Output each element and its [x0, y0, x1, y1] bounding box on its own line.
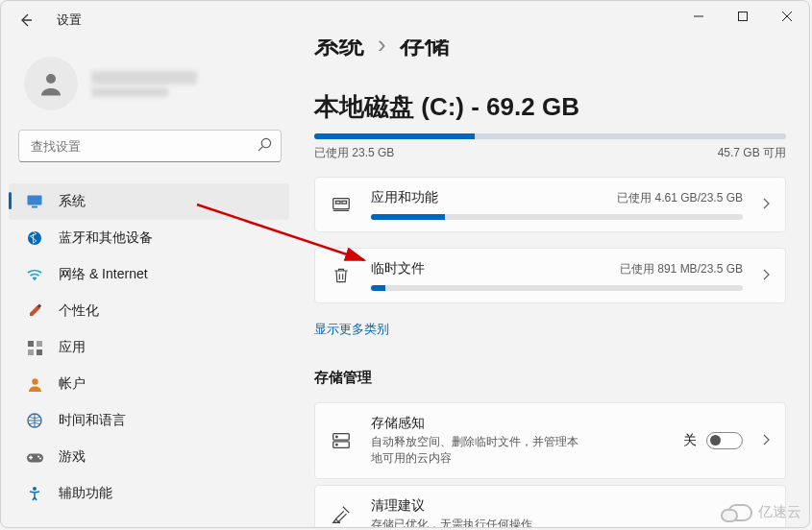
svg-rect-11: [37, 349, 42, 355]
storage-sense-toggle[interactable]: [706, 432, 743, 449]
disk-used-label: 已使用 23.5 GB: [314, 145, 394, 161]
window-controls: [677, 1, 809, 32]
search-wrap: [18, 130, 282, 162]
sidebar-item-label: 网络 & Internet: [59, 266, 148, 283]
svg-point-16: [39, 457, 41, 459]
disk-subtext: 已使用 23.5 GB 45.7 GB 可用: [314, 145, 786, 161]
chevron-right-icon: [760, 433, 772, 448]
search-input[interactable]: [18, 130, 282, 162]
card-body: 存储感知 自动释放空间、删除临时文件，并管理本地可用的云内容: [371, 415, 666, 467]
storage-sense-card[interactable]: 存储感知 自动释放空间、删除临时文件，并管理本地可用的云内容 关: [314, 402, 786, 479]
card-body: 应用和功能 已使用 4.61 GB/23.5 GB: [371, 189, 743, 220]
close-icon: [782, 12, 792, 21]
chevron-right-icon: [760, 197, 772, 212]
apps-features-icon: [329, 192, 354, 217]
watermark-text: 亿速云: [758, 503, 801, 521]
close-button[interactable]: [765, 1, 809, 32]
watermark: 亿速云: [727, 503, 801, 521]
maximize-button[interactable]: [721, 1, 765, 32]
sidebar-item-label: 蓝牙和其他设备: [59, 229, 153, 247]
card-body: 清理建议 存储已优化，无需执行任何操作: [371, 497, 772, 527]
wifi-icon: [26, 266, 43, 283]
sidebar-item-bluetooth[interactable]: 蓝牙和其他设备: [1, 220, 297, 256]
disk-usage-fill: [314, 133, 475, 139]
breadcrumb-parent[interactable]: 系统: [314, 39, 364, 61]
sidebar-item-label: 辅助功能: [59, 485, 112, 502]
svg-rect-0: [739, 12, 748, 21]
svg-point-5: [28, 231, 41, 245]
storage-sense-toggle-wrap: 关: [683, 432, 743, 449]
sidebar-item-label: 帐户: [59, 375, 86, 393]
apps-icon: [26, 339, 43, 356]
bluetooth-icon: [26, 229, 43, 247]
avatar: [24, 57, 78, 110]
accessibility-icon: [26, 485, 43, 502]
user-account-row[interactable]: [18, 57, 282, 110]
sidebar: 系统蓝牙和其他设备网络 & Internet个性化应用帐户时间和语言游戏辅助功能: [1, 39, 297, 527]
settings-window: 设置 系统蓝牙和其: [0, 0, 810, 528]
sidebar-item-network[interactable]: 网络 & Internet: [1, 256, 297, 293]
minimize-button[interactable]: [677, 1, 721, 32]
broom-icon: [329, 502, 354, 527]
card-meta: 已使用 4.61 GB/23.5 GB: [617, 190, 743, 206]
chevron-right-icon: [760, 268, 772, 283]
svg-rect-4: [32, 206, 37, 208]
card-title: 清理建议: [371, 497, 772, 515]
card-desc: 存储已优化，无需执行任何操作: [371, 517, 772, 527]
sidebar-item-accounts[interactable]: 帐户: [1, 366, 297, 402]
svg-point-2: [261, 138, 270, 147]
drive-icon: [329, 428, 354, 453]
svg-point-23: [336, 436, 337, 437]
main-content: 系统 › 存储 本地磁盘 (C:) - 69.2 GB 已使用 23.5 GB …: [297, 39, 809, 527]
brush-icon: [26, 302, 43, 320]
svg-point-17: [33, 487, 37, 491]
show-more-link[interactable]: 显示更多类别: [314, 321, 389, 338]
svg-rect-8: [28, 341, 34, 347]
back-button[interactable]: [12, 7, 39, 34]
card-title: 存储感知: [371, 415, 666, 432]
toggle-label: 关: [683, 432, 697, 449]
search-icon: [258, 137, 272, 155]
titlebar: 设置: [1, 1, 809, 39]
minimize-icon: [694, 12, 703, 21]
sidebar-item-personalize[interactable]: 个性化: [1, 293, 297, 329]
disk-free-label: 45.7 GB 可用: [718, 145, 786, 161]
sidebar-item-label: 时间和语言: [59, 412, 126, 429]
sidebar-item-label: 应用: [59, 339, 86, 356]
maximize-icon: [738, 12, 748, 21]
svg-rect-3: [28, 196, 42, 205]
svg-point-6: [34, 278, 36, 280]
svg-point-12: [32, 378, 37, 384]
card-usage-bar: [371, 285, 743, 291]
storage-card-temp[interactable]: 临时文件 已使用 891 MB/23.5 GB: [314, 248, 786, 303]
sidebar-item-system[interactable]: 系统: [9, 183, 289, 220]
globe-clock-icon: [26, 412, 43, 429]
app-title: 设置: [57, 12, 82, 29]
sidebar-item-apps[interactable]: 应用: [1, 329, 297, 366]
card-desc: 自动释放空间、删除临时文件，并管理本地可用的云内容: [371, 434, 582, 467]
svg-rect-10: [28, 349, 34, 355]
sidebar-item-label: 系统: [59, 193, 86, 210]
breadcrumb: 系统 › 存储: [314, 39, 786, 61]
storage-card-apps[interactable]: 应用和功能 已使用 4.61 GB/23.5 GB: [314, 177, 786, 232]
svg-point-24: [336, 444, 337, 445]
svg-rect-9: [37, 341, 42, 347]
sidebar-item-time[interactable]: 时间和语言: [1, 402, 297, 439]
card-title: 临时文件: [371, 260, 425, 277]
sidebar-item-label: 游戏: [59, 448, 86, 466]
card-title: 应用和功能: [371, 189, 438, 206]
card-body: 临时文件 已使用 891 MB/23.5 GB: [371, 260, 743, 291]
svg-point-15: [37, 455, 39, 457]
svg-rect-20: [342, 201, 347, 204]
disk-usage-bar: [314, 133, 786, 139]
sidebar-item-accessibility[interactable]: 辅助功能: [1, 475, 297, 512]
person-icon: [26, 375, 43, 393]
sidebar-item-label: 个性化: [59, 302, 99, 320]
sidebar-item-gaming[interactable]: 游戏: [1, 439, 297, 475]
disk-title: 本地磁盘 (C:) - 69.2 GB: [314, 90, 786, 124]
chevron-right-icon: ›: [378, 39, 386, 60]
svg-rect-19: [336, 201, 341, 204]
cleanup-card[interactable]: 清理建议 存储已优化，无需执行任何操作: [314, 485, 786, 527]
storage-mgmt-heading: 存储管理: [314, 369, 786, 387]
cloud-icon: [727, 504, 752, 521]
